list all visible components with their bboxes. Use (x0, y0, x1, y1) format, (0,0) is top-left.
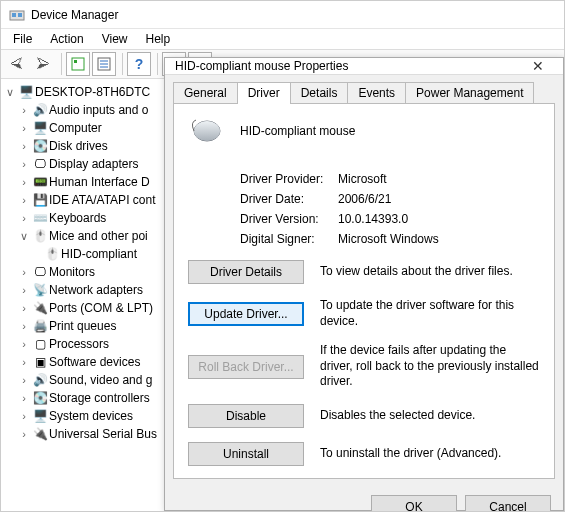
expand-icon[interactable]: › (17, 392, 31, 404)
menubar: File Action View Help (1, 29, 564, 49)
expand-icon[interactable]: › (17, 194, 31, 206)
expand-icon[interactable]: › (17, 428, 31, 440)
storage-icon: 💽 (31, 391, 49, 405)
row-disable: Disable Disables the selected device. (188, 404, 540, 428)
expand-icon[interactable]: › (17, 284, 31, 296)
close-icon[interactable]: ✕ (523, 58, 553, 74)
info-provider: Driver Provider: Microsoft (188, 172, 540, 186)
tree-item-label: Monitors (49, 265, 95, 279)
help-icon[interactable]: ? (127, 52, 151, 76)
info-label: Driver Date: (188, 192, 338, 206)
forward-icon[interactable]: ⮚ (31, 52, 55, 76)
info-value: 10.0.14393.0 (338, 212, 408, 226)
tab-strip: General Driver Details Events Power Mana… (165, 75, 563, 103)
info-label: Driver Provider: (188, 172, 338, 186)
tab-general[interactable]: General (173, 82, 238, 104)
expand-icon[interactable]: › (17, 266, 31, 278)
update-driver-button[interactable]: Update Driver... (188, 302, 304, 326)
expand-icon[interactable]: › (17, 338, 31, 350)
app-icon (9, 7, 25, 23)
tab-power[interactable]: Power Management (405, 82, 534, 104)
info-version: Driver Version: 10.0.14393.0 (188, 212, 540, 226)
uninstall-button[interactable]: Uninstall (188, 442, 304, 466)
tree-item-label: Universal Serial Bus (49, 427, 157, 441)
tree-item-label: Software devices (49, 355, 140, 369)
separator (122, 53, 123, 75)
svg-point-14 (194, 121, 220, 141)
row-update-driver: Update Driver... To update the driver so… (188, 298, 540, 329)
tree-item-label: System devices (49, 409, 133, 423)
window-titlebar: Device Manager (1, 1, 564, 29)
tree-item-label: Print queues (49, 319, 116, 333)
hid-icon: 📟 (31, 175, 49, 189)
mouse-large-icon (188, 116, 228, 146)
menu-view[interactable]: View (94, 30, 136, 48)
window-title: Device Manager (31, 8, 118, 22)
tab-driver[interactable]: Driver (237, 82, 291, 104)
expand-icon[interactable]: › (17, 410, 31, 422)
disable-button[interactable]: Disable (188, 404, 304, 428)
info-label: Digital Signer: (188, 232, 338, 246)
expand-icon[interactable]: › (17, 140, 31, 152)
ports-icon: 🔌 (31, 301, 49, 315)
info-value: Microsoft Windows (338, 232, 439, 246)
expand-icon[interactable]: › (17, 176, 31, 188)
computer-icon: 🖥️ (31, 121, 49, 135)
rollback-desc: If the device fails after updating the d… (320, 343, 540, 390)
device-name: HID-compliant mouse (240, 124, 355, 138)
expand-icon[interactable]: › (17, 158, 31, 170)
tab-events[interactable]: Events (347, 82, 406, 104)
tree-item-label: Keyboards (49, 211, 106, 225)
display-icon: 🖵 (31, 157, 49, 171)
menu-action[interactable]: Action (42, 30, 91, 48)
info-label: Driver Version: (188, 212, 338, 226)
cancel-button[interactable]: Cancel (465, 495, 551, 512)
tree-item-label: Ports (COM & LPT) (49, 301, 153, 315)
tab-details[interactable]: Details (290, 82, 349, 104)
svg-rect-3 (72, 58, 84, 70)
tree-item-label: Display adapters (49, 157, 138, 171)
disk-icon: 💽 (31, 139, 49, 153)
info-value: Microsoft (338, 172, 387, 186)
info-value: 2006/6/21 (338, 192, 391, 206)
menu-file[interactable]: File (5, 30, 40, 48)
dialog-title: HID-compliant mouse Properties (175, 59, 348, 73)
expand-icon[interactable]: › (17, 356, 31, 368)
network-icon: 📡 (31, 283, 49, 297)
rollback-driver-button[interactable]: Roll Back Driver... (188, 355, 304, 379)
menu-help[interactable]: Help (138, 30, 179, 48)
dialog-titlebar[interactable]: HID-compliant mouse Properties ✕ (165, 58, 563, 75)
tree-root-label: DESKTOP-8TH6DTC (35, 85, 150, 99)
expand-icon[interactable]: › (17, 122, 31, 134)
expand-icon[interactable]: › (17, 104, 31, 116)
expand-icon[interactable]: › (17, 320, 31, 332)
tree-item-label: Audio inputs and o (49, 103, 148, 117)
computer-icon: 🖥️ (17, 85, 35, 99)
separator (157, 53, 158, 75)
tree-item-label: Computer (49, 121, 102, 135)
uninstall-desc: To uninstall the driver (Advanced). (320, 446, 540, 462)
tree-item-label: Network adapters (49, 283, 143, 297)
expand-icon[interactable]: › (17, 374, 31, 386)
disable-desc: Disables the selected device. (320, 408, 540, 424)
tree-item-label: Disk drives (49, 139, 108, 153)
toolbar-btn-2[interactable] (92, 52, 116, 76)
expand-icon[interactable]: › (17, 302, 31, 314)
ok-button[interactable]: OK (371, 495, 457, 512)
svg-rect-1 (12, 13, 16, 17)
row-driver-details: Driver Details To view details about the… (188, 260, 540, 284)
tree-item-label: Processors (49, 337, 109, 351)
tree-item-label: IDE ATA/ATAPI cont (49, 193, 155, 207)
sound-icon: 🔊 (31, 373, 49, 387)
collapse-icon[interactable]: ∨ (17, 230, 31, 243)
collapse-icon[interactable]: ∨ (3, 86, 17, 99)
driver-details-button[interactable]: Driver Details (188, 260, 304, 284)
driver-details-desc: To view details about the driver files. (320, 264, 540, 280)
usb-icon: 🔌 (31, 427, 49, 441)
toolbar-btn-1[interactable] (66, 52, 90, 76)
expand-icon[interactable]: › (17, 212, 31, 224)
update-driver-desc: To update the driver software for this d… (320, 298, 540, 329)
back-icon[interactable]: ⮘ (5, 52, 29, 76)
tree-item-label: Sound, video and g (49, 373, 152, 387)
mouse-icon: 🖱️ (31, 229, 49, 243)
